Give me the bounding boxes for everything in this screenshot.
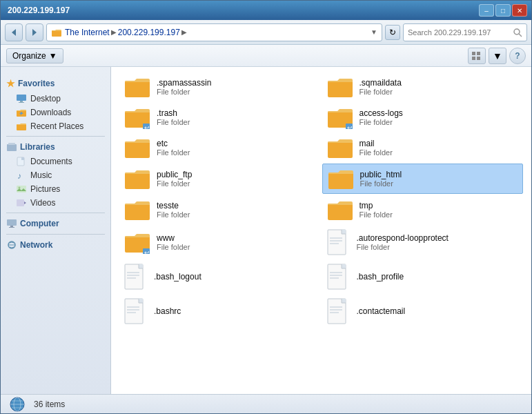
svg-rect-5: [472, 52, 475, 55]
maximize-button[interactable]: □: [495, 4, 511, 17]
back-button[interactable]: [5, 23, 23, 41]
address-segment-ip[interactable]: 200.229.199.197: [118, 28, 180, 37]
file-item[interactable]: ↩ .trash File folder: [119, 103, 321, 132]
file-item[interactable]: public_ftp File folder: [119, 164, 321, 194]
folder-icon: ↩: [124, 106, 151, 129]
file-type: File folder: [157, 88, 211, 96]
forward-button[interactable]: [26, 23, 43, 41]
file-icon: [326, 297, 351, 325]
file-type: File folder: [360, 179, 402, 188]
sidebar-item-downloads[interactable]: Downloads: [1, 106, 110, 119]
file-item[interactable]: tmp File folder: [322, 195, 524, 224]
file-item[interactable]: ↩ www File folder: [119, 226, 321, 259]
svg-rect-23: [7, 219, 17, 226]
sidebar-item-documents[interactable]: Documents: [1, 155, 110, 168]
svg-rect-29: [328, 81, 353, 97]
sidebar-header-libraries[interactable]: Libraries: [1, 139, 110, 155]
svg-rect-16: [8, 143, 15, 145]
file-item[interactable]: ↩ access-logs File folder: [322, 103, 524, 132]
downloads-folder-icon: [16, 108, 27, 117]
svg-line-4: [519, 34, 522, 37]
sidebar-item-music[interactable]: ♪ Music: [1, 168, 110, 182]
file-type: File folder: [359, 118, 403, 126]
file-item[interactable]: .bash_profile: [322, 260, 524, 293]
file-info: www File folder: [157, 233, 190, 251]
file-name: tesste: [157, 201, 190, 210]
search-bar[interactable]: [403, 23, 527, 41]
file-info: .sqmaildata File folder: [359, 78, 402, 96]
network-icon: [6, 240, 17, 250]
file-item[interactable]: .sqmaildata File folder: [322, 72, 524, 101]
recent-places-label: Recent Places: [30, 121, 83, 131]
folder-icon: [124, 136, 151, 159]
videos-label: Videos: [30, 198, 55, 208]
file-icon: [124, 297, 148, 325]
file-info: .autorespond-loopprotect File folder: [357, 233, 449, 251]
address-segment-internet[interactable]: The Internet: [65, 28, 110, 37]
sidebar-section-libraries: Libraries Documents ♪ Music: [1, 139, 110, 210]
file-type: File folder: [359, 148, 393, 157]
file-info: mail File folder: [359, 139, 393, 157]
svg-rect-38: [125, 172, 150, 189]
view-options-button[interactable]: [468, 48, 486, 64]
sidebar-item-pictures[interactable]: Pictures: [1, 182, 110, 196]
svg-rect-25: [9, 227, 14, 228]
file-item[interactable]: public_html File folder: [322, 164, 524, 194]
folder-icon: [124, 198, 151, 221]
pictures-icon: [16, 184, 27, 194]
svg-rect-39: [328, 172, 353, 189]
file-type: File folder: [359, 88, 402, 96]
minimize-button[interactable]: –: [479, 4, 494, 17]
organize-button[interactable]: Organize ▼: [6, 48, 63, 63]
search-input[interactable]: [408, 28, 510, 37]
file-info: tmp File folder: [359, 201, 393, 219]
svg-rect-2: [52, 30, 61, 37]
address-bar[interactable]: The Internet ▶ 200.229.199.197 ▶ ▼: [46, 23, 382, 41]
toolbar-right: ▼ ?: [468, 48, 526, 64]
sidebar-section-network: Network: [1, 237, 110, 253]
refresh-button[interactable]: ↻: [385, 25, 400, 40]
file-item[interactable]: .spamassassin File folder: [119, 72, 321, 101]
file-item[interactable]: .contactemail: [322, 295, 524, 328]
sidebar-header-network[interactable]: Network: [1, 237, 110, 253]
view-dropdown-button[interactable]: ▼: [489, 48, 506, 64]
sidebar-item-videos[interactable]: Videos: [1, 196, 110, 210]
videos-icon: [16, 198, 27, 208]
file-item[interactable]: .bashrc: [119, 295, 321, 328]
file-icon: [326, 263, 351, 290]
file-icon: [124, 263, 148, 290]
sidebar-header-favorites[interactable]: ★ Favorites: [1, 75, 110, 92]
file-item[interactable]: tesste File folder: [119, 195, 321, 224]
svg-rect-28: [125, 81, 150, 97]
documents-label: Documents: [30, 157, 72, 166]
address-dropdown[interactable]: ▼: [371, 28, 377, 36]
file-name: .contactemail: [357, 306, 406, 316]
divider-1: [6, 136, 105, 137]
svg-rect-15: [7, 144, 17, 151]
globe-icon: [8, 395, 27, 414]
file-item[interactable]: .bash_logout: [119, 260, 321, 293]
file-info: access-logs File folder: [359, 108, 403, 126]
folder-icon: [326, 75, 354, 99]
close-button[interactable]: ✕: [512, 4, 527, 17]
svg-rect-40: [125, 204, 150, 220]
file-type: File folder: [157, 179, 192, 188]
svg-marker-0: [12, 29, 16, 36]
content-area: ★ Favorites Desktop: [1, 67, 531, 394]
folder-icon: [51, 27, 62, 38]
sidebar-item-recent-places[interactable]: Recent Places: [1, 119, 110, 133]
file-item[interactable]: .autorespond-loopprotect File folder: [322, 226, 524, 259]
file-name: .sqmaildata: [359, 78, 402, 88]
file-name: tmp: [359, 201, 393, 210]
svg-text:↩: ↩: [144, 249, 150, 254]
help-button[interactable]: ?: [509, 48, 526, 64]
file-item[interactable]: etc File folder: [119, 133, 321, 162]
folder-icon: [326, 198, 354, 221]
explorer-window: 200.229.199.197 – □ ✕ The Internet ▶: [0, 0, 532, 414]
file-item[interactable]: mail File folder: [322, 133, 524, 162]
file-name: mail: [359, 139, 393, 148]
sidebar-item-desktop[interactable]: Desktop: [1, 92, 110, 106]
sidebar-header-computer[interactable]: Computer: [1, 216, 110, 231]
file-name: public_ftp: [157, 170, 192, 179]
svg-rect-7: [472, 57, 475, 60]
